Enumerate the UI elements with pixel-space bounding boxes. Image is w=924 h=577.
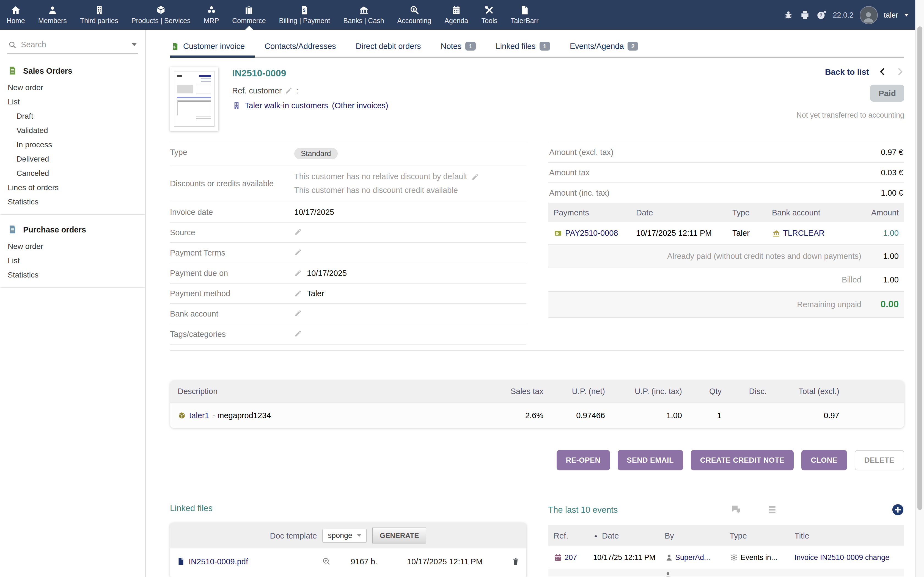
messages-icon[interactable] [730, 504, 742, 516]
field-label: Tags/categories [170, 330, 294, 338]
linked-files-title: Linked files [170, 503, 526, 513]
page-scrollbar[interactable] [915, 0, 924, 577]
nav-talerbarr[interactable]: TalerBarr [504, 0, 545, 30]
list-view-icon[interactable] [767, 504, 779, 516]
user-icon [665, 553, 673, 562]
svg-text:$: $ [173, 45, 176, 48]
event-user-link[interactable]: SuperAd... [675, 553, 710, 562]
tab-events-agenda[interactable]: Events/Agenda 2 [560, 42, 648, 56]
clone-button[interactable]: CLONE [801, 450, 847, 471]
nav-products-services[interactable]: Products | Services [125, 0, 197, 30]
customer-name: Taler walk-in customers [245, 101, 328, 110]
sidebar-section-title[interactable]: Purchase orders [0, 220, 145, 239]
search-options-caret-icon[interactable] [131, 43, 137, 46]
nav-members[interactable]: Members [32, 0, 73, 30]
nav-agenda[interactable]: Agenda [438, 0, 475, 30]
event-ref-link[interactable]: 207 [565, 553, 577, 562]
nav-third-parties[interactable]: Third parties [73, 0, 125, 30]
sidebar-item-draft[interactable]: Draft [0, 109, 145, 123]
product-link[interactable]: taler1 [189, 411, 209, 420]
already-paid-label: Already paid (without credit notes and d… [667, 252, 861, 261]
edit-payment-terms-icon[interactable] [294, 248, 302, 256]
nav-home[interactable]: Home [0, 0, 32, 30]
event-title-link[interactable]: Invoice IN2510-0009 change [795, 553, 889, 562]
sidebar-item-statistics[interactable]: Statistics [0, 195, 145, 209]
generate-button[interactable]: GENERATE [373, 527, 426, 543]
print-icon[interactable] [800, 10, 810, 20]
edit-payment-method-icon[interactable] [294, 290, 302, 297]
col-header-by[interactable]: By [665, 531, 730, 540]
nav-mrp[interactable]: MRP [197, 0, 226, 30]
payment-amount-link[interactable]: 1.00 [853, 229, 899, 237]
tab-contacts-addresses[interactable]: Contacts/Addresses [255, 42, 346, 56]
username[interactable]: taler [884, 11, 898, 19]
col-header-title[interactable]: Title [795, 531, 899, 540]
edit-source-icon[interactable] [294, 228, 302, 236]
col-header-type[interactable]: Type [730, 531, 795, 540]
next-record-icon[interactable] [896, 68, 904, 76]
create-credit-note-button[interactable]: CREATE CREDIT NOTE [691, 450, 794, 471]
customer-link[interactable]: Taler walk-in customers (Other invoices) [232, 101, 388, 110]
tab-notes[interactable]: Notes 1 [431, 42, 486, 56]
doc-template-select[interactable]: sponge [322, 529, 367, 543]
sidebar-item-canceled[interactable]: Canceled [0, 166, 145, 180]
events-section: The last 10 events Ref. Date By [548, 503, 904, 577]
send-email-button[interactable]: SEND EMAIL [617, 450, 683, 471]
file-name-link[interactable]: IN2510-0009.pdf [189, 557, 248, 566]
delete-file-icon[interactable] [511, 557, 520, 566]
search-input[interactable] [21, 40, 127, 49]
nav-accounting[interactable]: $ Accounting [391, 0, 438, 30]
sidebar-item-delivered[interactable]: Delivered [0, 152, 145, 166]
previous-record-icon[interactable] [878, 68, 887, 76]
back-to-list-link[interactable]: Back to list [825, 67, 869, 76]
nav-billing-payment[interactable]: $ Billing | Payment [273, 0, 337, 30]
nav-tools[interactable]: Tools [475, 0, 504, 30]
sidebar-item-list[interactable]: List [0, 95, 145, 109]
bill-icon: $ [299, 5, 310, 15]
sidebar-item-new-order[interactable]: New order [0, 80, 145, 95]
edit-payment-due-icon[interactable] [294, 269, 302, 277]
user-avatar[interactable] [859, 6, 877, 24]
sidebar-item-validated[interactable]: Validated [0, 123, 145, 137]
field-row-tags: Tags/categories [170, 324, 526, 345]
help-icon[interactable]: ? [816, 10, 827, 20]
edit-tags-icon[interactable] [294, 330, 302, 337]
payment-ref-link[interactable]: PAY2510-0008 [565, 229, 618, 237]
col-header-type: Type [732, 208, 772, 217]
edit-ref-customer-icon[interactable] [285, 87, 293, 95]
nav-label: Home [6, 17, 25, 25]
add-event-button[interactable] [892, 503, 904, 516]
tab-customer-invoice[interactable]: $ Customer invoice [170, 42, 255, 56]
page: Home Members Third parties Products | Se… [0, 0, 924, 577]
sidebar-item-purchase-statistics[interactable]: Statistics [0, 268, 145, 282]
invoice-thumbnail[interactable] [170, 67, 218, 131]
sidebar-item-new-purchase-order[interactable]: New order [0, 239, 145, 253]
event-row-partial [548, 569, 904, 577]
edit-bank-account-icon[interactable] [294, 309, 302, 317]
user-menu-caret-icon[interactable] [904, 13, 909, 16]
col-header-ref[interactable]: Ref. [554, 531, 593, 540]
sidebar-section-title[interactable]: Sales Orders [0, 61, 145, 80]
nav-banks-cash[interactable]: Banks | Cash [337, 0, 391, 30]
line-up-inc: 1.00 [605, 411, 682, 420]
document-icon-green [8, 66, 17, 75]
reopen-button[interactable]: RE-OPEN [556, 450, 610, 471]
invoice-header: IN2510-0009 Ref. customer : Taler walk-i… [170, 67, 904, 131]
lines-table-header: Description Sales tax U.P. (net) U.P. (i… [170, 380, 904, 402]
sidebar-item-purchase-list[interactable]: List [0, 253, 145, 268]
bank-account-link[interactable]: TLRCLEAR [783, 229, 825, 237]
tab-direct-debit-orders[interactable]: Direct debit orders [346, 42, 431, 56]
tab-linked-files[interactable]: Linked files 1 [486, 42, 560, 56]
preview-zoom-icon[interactable] [322, 557, 331, 566]
sidebar-item-in-process[interactable]: In process [0, 137, 145, 152]
sidebar-item-lines-of-orders[interactable]: Lines of orders [0, 180, 145, 195]
nav-commerce[interactable]: Commerce [226, 0, 272, 30]
payment-type: Taler [732, 229, 772, 237]
status-badge: Paid [871, 85, 904, 102]
scrollbar-thumb[interactable] [918, 26, 922, 510]
edit-discount-icon[interactable] [472, 173, 479, 181]
tools-icon [484, 5, 495, 15]
delete-button[interactable]: DELETE [855, 450, 904, 471]
bug-icon[interactable] [783, 10, 794, 20]
col-header-date[interactable]: Date [593, 531, 665, 540]
